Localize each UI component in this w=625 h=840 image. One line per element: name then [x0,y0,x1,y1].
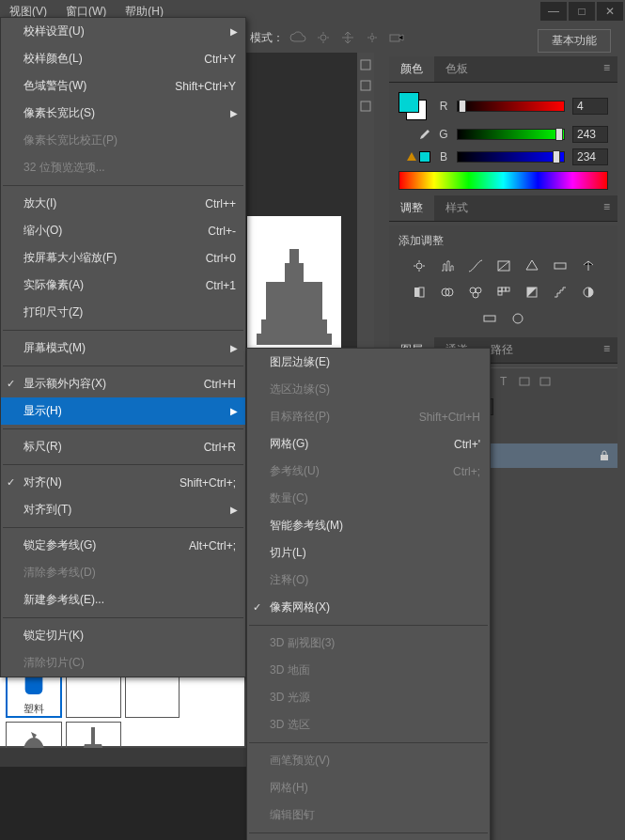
gear-icon[interactable] [363,29,382,46]
menu-item-label: 编辑图钉 [270,807,480,823]
menu-item[interactable]: 屏幕模式(M)▶ [1,334,245,362]
foreground-background-swatch[interactable] [398,92,427,120]
svg-rect-4 [361,81,370,90]
exposure-icon[interactable] [495,258,512,273]
properties-icon[interactable] [359,100,372,113]
mode-label: 模式： [250,30,284,46]
photo-filter-icon[interactable] [439,285,456,300]
menu-item[interactable]: 标尺(R)Ctrl+R [1,433,245,460]
tab-adjustments[interactable]: 调整 [389,195,434,221]
menu-item[interactable]: 放大(I)Ctrl++ [1,190,245,217]
menu-shortcut: Ctrl+H [204,378,236,391]
bw-icon[interactable] [411,285,428,300]
r-value[interactable]: 4 [572,98,608,115]
menu-item-label: 色域警告(W) [23,78,175,94]
svg-point-1 [370,36,374,39]
threshold-icon[interactable] [580,285,597,300]
menu-item[interactable]: 锁定参考线(G)Alt+Ctrl+; [1,532,245,559]
camera-icon[interactable] [387,29,406,46]
b-value[interactable]: 234 [572,148,608,165]
filter-text-icon[interactable]: T [496,375,511,388]
g-slider[interactable] [457,129,565,140]
menu-item[interactable]: ✓像素网格(X) [247,594,490,621]
menu-item-label: 按屏幕大小缩放(F) [23,250,206,266]
vibrance-icon[interactable] [523,258,540,273]
menu-item[interactable]: 对齐到(T)▶ [1,496,245,523]
sun-icon[interactable] [314,29,333,46]
workspace-basic-button[interactable]: 基本功能 [538,29,611,53]
menu-item[interactable]: 实际像素(A)Ctrl+1 [1,272,245,299]
posterize-icon[interactable] [552,285,569,300]
menu-item[interactable]: 智能参考线(M) [247,512,490,539]
menu-item: 网格(H) [247,774,490,801]
gradient-map-icon[interactable] [481,311,498,326]
menu-item-label: 放大(I) [23,195,205,211]
menu-item[interactable]: 显示(H)▶ [1,397,245,425]
filter-shape-icon[interactable] [517,375,532,388]
curves-icon[interactable] [467,258,484,273]
add-adjustment-label: 添加调整 [398,233,608,249]
chevron-right-icon: ▶ [230,108,238,118]
actions-icon[interactable] [359,79,372,92]
selective-color-icon[interactable] [509,311,526,326]
r-slider[interactable] [457,101,565,112]
channel-mixer-icon[interactable] [467,285,484,300]
menu-item[interactable]: 切片(L) [247,539,490,567]
close-button[interactable]: ✕ [597,2,623,21]
menu-item[interactable]: 像素长宽比(S)▶ [1,100,245,127]
menu-item: 注释(O) [247,567,490,594]
window-controls: — □ ✕ [539,2,623,21]
check-icon: ✓ [7,476,15,489]
balance-icon[interactable] [580,258,597,273]
check-icon: ✓ [7,378,15,390]
levels-icon[interactable] [439,258,456,273]
check-icon: ✓ [253,601,261,614]
history-icon[interactable] [359,58,372,71]
pencil-icon [419,129,430,140]
minimize-button[interactable]: — [540,2,567,21]
menu-item[interactable]: 缩小(O)Ctrl+- [1,217,245,244]
invert-icon[interactable] [523,285,540,300]
menu-item-label: 3D 地面 [270,662,480,678]
panel-menu-icon[interactable]: ≡ [596,195,617,221]
menu-item[interactable]: 锁定切片(K) [1,622,245,649]
menu-item[interactable]: 打印尺寸(Z) [1,299,245,326]
spectrum-ramp[interactable] [398,171,608,190]
menu-item-label: 3D 光源 [270,690,480,706]
svg-rect-8 [257,334,332,345]
b-slider[interactable] [457,151,565,163]
menu-item[interactable]: 色域警告(W)Shift+Ctrl+Y [1,72,245,100]
hue-icon[interactable] [552,258,569,273]
svg-text:T: T [500,375,508,388]
cloud-icon[interactable] [289,29,308,46]
menu-item[interactable]: 图层边缘(E) [247,349,490,376]
menu-shortcut: Ctrl+' [454,438,480,451]
menu-separator [3,330,243,331]
svg-rect-6 [266,282,322,319]
menu-item-label: 选区边缘(S) [270,381,480,397]
menu-item[interactable]: ✓显示额外内容(X)Ctrl+H [1,370,245,397]
brightness-icon[interactable] [411,258,428,273]
menu-item-label: 清除切片(C) [23,655,236,671]
move-icon[interactable] [338,29,357,46]
menu-item[interactable]: 校样颜色(L)Ctrl+Y [1,45,245,72]
menu-item[interactable]: 网格(G)Ctrl+' [247,430,490,458]
menu-item[interactable]: 按屏幕大小缩放(F)Ctrl+0 [1,244,245,272]
lookup-icon[interactable] [495,285,512,300]
menu-item[interactable]: 新建参考线(E)... [1,586,245,614]
tab-swatches[interactable]: 色板 [434,56,479,82]
filter-smart-icon[interactable] [538,375,553,388]
menu-item-label: 网格(H) [270,780,480,796]
menu-separator [3,185,243,186]
maximize-button[interactable]: □ [569,2,595,21]
menu-item: 目标路径(P)Shift+Ctrl+H [247,403,490,430]
tab-styles[interactable]: 样式 [434,195,479,221]
menu-item-label: 32 位预览选项... [23,160,236,176]
panel-menu-icon[interactable]: ≡ [596,337,617,363]
menu-item[interactable]: 校样设置(U)▶ [1,18,245,45]
chevron-right-icon: ▶ [230,343,238,353]
menu-item[interactable]: ✓对齐(N)Shift+Ctrl+; [1,469,245,496]
g-value[interactable]: 243 [572,126,608,143]
tab-color[interactable]: 颜色 [389,56,434,82]
panel-menu-icon[interactable]: ≡ [596,56,617,82]
